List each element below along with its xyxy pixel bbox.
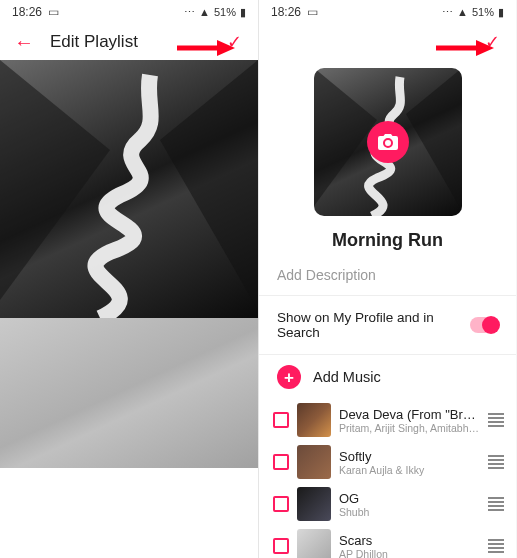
cover-faded-section xyxy=(0,318,258,468)
playlist-cover-small[interactable] xyxy=(314,68,462,216)
back-arrow-icon[interactable]: ← xyxy=(14,32,34,52)
add-music-button[interactable]: + Add Music xyxy=(259,355,516,399)
status-bar: 18:26 ▭ ⋯ ▲ 51% ▮ xyxy=(259,0,516,24)
drag-handle-icon[interactable] xyxy=(488,539,506,553)
drag-handle-icon[interactable] xyxy=(488,413,506,427)
phone-right: 18:26 ▭ ⋯ ▲ 51% ▮ ✓ Morning Run Add Desc… xyxy=(258,0,516,558)
playlist-title[interactable]: Morning Run xyxy=(259,216,516,263)
song-list: Deva Deva (From "Brah... Pritam, Arijit … xyxy=(259,399,516,558)
wifi-icon: ⋯ xyxy=(442,6,453,19)
battery-icon: ▮ xyxy=(498,6,504,19)
status-notif-icon: ▭ xyxy=(48,5,59,19)
song-artist: AP Dhillon xyxy=(339,548,480,559)
description-input[interactable]: Add Description xyxy=(259,263,516,295)
status-bar: 18:26 ▭ ⋯ ▲ 51% ▮ xyxy=(0,0,258,24)
song-artwork xyxy=(297,445,331,479)
list-item: Scars AP Dhillon xyxy=(273,525,506,558)
status-time: 18:26 xyxy=(12,5,42,19)
signal-icon: ▲ xyxy=(199,6,210,18)
song-artwork xyxy=(297,487,331,521)
playlist-cover-image[interactable] xyxy=(0,60,258,318)
song-checkbox[interactable] xyxy=(273,496,289,512)
profile-visibility-row: Show on My Profile and in Search xyxy=(259,296,516,354)
list-item: Deva Deva (From "Brah... Pritam, Arijit … xyxy=(273,399,506,441)
list-item: OG Shubh xyxy=(273,483,506,525)
list-item: Softly Karan Aujla & Ikky xyxy=(273,441,506,483)
drag-handle-icon[interactable] xyxy=(488,455,506,469)
song-checkbox[interactable] xyxy=(273,412,289,428)
header: ✓ xyxy=(259,24,516,60)
song-title: Scars xyxy=(339,533,480,548)
song-title: OG xyxy=(339,491,480,506)
add-music-label: Add Music xyxy=(313,369,381,385)
header: ← Edit Playlist ✓ xyxy=(0,24,258,60)
page-title: Edit Playlist xyxy=(50,32,138,52)
status-notif-icon: ▭ xyxy=(307,5,318,19)
confirm-check-icon[interactable]: ✓ xyxy=(485,31,500,53)
battery-icon: ▮ xyxy=(240,6,246,19)
song-title: Softly xyxy=(339,449,480,464)
toggle-label: Show on My Profile and in Search xyxy=(277,310,470,340)
song-checkbox[interactable] xyxy=(273,454,289,470)
battery-text: 51% xyxy=(472,6,494,18)
song-artwork xyxy=(297,403,331,437)
plus-icon: + xyxy=(277,365,301,389)
song-artist: Shubh xyxy=(339,506,480,518)
song-title: Deva Deva (From "Brah... xyxy=(339,407,480,422)
confirm-check-icon[interactable]: ✓ xyxy=(227,31,242,53)
phone-left: 18:26 ▭ ⋯ ▲ 51% ▮ ← Edit Playlist ✓ xyxy=(0,0,258,558)
camera-icon[interactable] xyxy=(367,121,409,163)
signal-icon: ▲ xyxy=(457,6,468,18)
battery-text: 51% xyxy=(214,6,236,18)
song-artwork xyxy=(297,529,331,558)
drag-handle-icon[interactable] xyxy=(488,497,506,511)
song-checkbox[interactable] xyxy=(273,538,289,554)
status-time: 18:26 xyxy=(271,5,301,19)
visibility-toggle[interactable] xyxy=(470,317,498,333)
wifi-icon: ⋯ xyxy=(184,6,195,19)
song-artist: Pritam, Arijit Singh, Amitabh Bha... xyxy=(339,422,480,434)
song-artist: Karan Aujla & Ikky xyxy=(339,464,480,476)
